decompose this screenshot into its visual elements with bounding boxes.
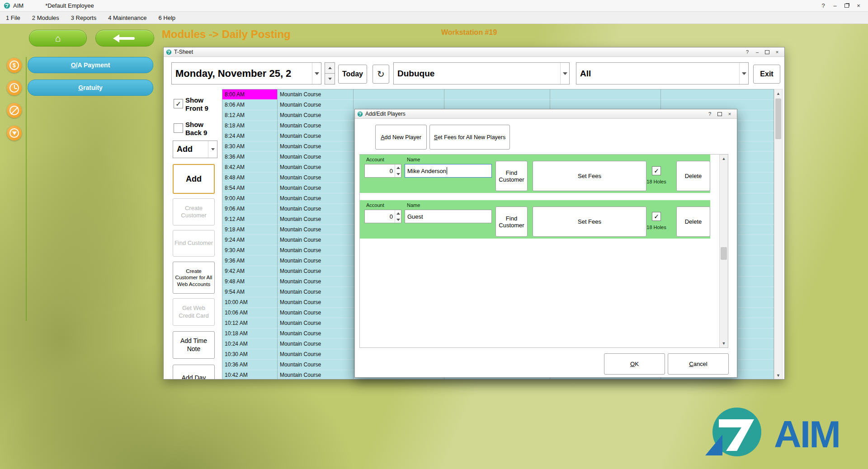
menu-help[interactable]: 6 Help xyxy=(152,12,181,23)
slot-cell[interactable] xyxy=(550,89,661,100)
menu-reports[interactable]: 3 Reports xyxy=(65,12,102,23)
chevron-down-icon[interactable] xyxy=(560,63,569,84)
tee-time-cell[interactable]: 9:36 AM xyxy=(222,256,278,266)
player-list-scrollbar[interactable]: ▲ ▼ xyxy=(719,155,728,347)
refresh-button[interactable]: ↻ xyxy=(373,65,389,84)
tee-time-cell[interactable]: 10:36 AM xyxy=(222,360,278,370)
scrollbar-thumb[interactable] xyxy=(721,247,727,260)
course-cell[interactable]: Mountain Course xyxy=(278,370,354,380)
add-time-note-button[interactable]: Add Time Note xyxy=(173,331,215,359)
player-name-input[interactable]: Guest xyxy=(405,210,492,223)
course-cell[interactable]: Mountain Course xyxy=(278,328,354,339)
create-customer-web-button[interactable]: Create Customer for All Web Accounts xyxy=(173,262,215,294)
tee-time-cell[interactable]: 8:06 AM xyxy=(222,100,278,110)
find-customer-button[interactable]: Find Customer xyxy=(495,161,528,191)
close-icon[interactable]: × xyxy=(725,110,735,118)
gratuity-button[interactable]: Gratuity xyxy=(28,80,153,96)
close-icon[interactable]: × xyxy=(772,48,782,56)
help-icon[interactable]: ? xyxy=(817,1,829,10)
scroll-up-icon[interactable]: ▲ xyxy=(720,155,728,163)
add-type-dropdown[interactable]: Add xyxy=(173,141,217,158)
course-cell[interactable]: Mountain Course xyxy=(278,100,354,110)
player-name-input[interactable]: Mike Anderson xyxy=(405,164,492,178)
course-cell[interactable]: Mountain Course xyxy=(278,204,354,214)
void-icon[interactable] xyxy=(7,103,22,118)
home-button[interactable]: ⌂ xyxy=(29,30,87,47)
cancel-button[interactable]: Cancel xyxy=(668,353,729,375)
ok-button[interactable]: OK xyxy=(604,353,665,375)
help-icon[interactable]: ? xyxy=(742,48,752,56)
tee-time-cell[interactable]: 9:48 AM xyxy=(222,277,278,287)
maximize-icon[interactable] xyxy=(715,110,725,118)
tee-time-cell[interactable]: 10:24 AM xyxy=(222,339,278,349)
course-cell[interactable]: Mountain Course xyxy=(278,277,354,287)
set-fees-button[interactable]: Set Fees xyxy=(533,161,646,191)
close-icon[interactable]: × xyxy=(853,1,864,10)
scroll-up-icon[interactable]: ▲ xyxy=(774,89,782,98)
location-dropdown[interactable]: Dubuque xyxy=(393,62,570,84)
slot-cell[interactable] xyxy=(661,89,774,100)
course-cell[interactable]: Mountain Course xyxy=(278,110,354,121)
course-cell[interactable]: Mountain Course xyxy=(278,173,354,183)
date-picker[interactable]: Monday, November 25, 2 xyxy=(171,62,321,84)
tee-time-cell[interactable]: 8:54 AM xyxy=(222,183,278,193)
tee-time-cell[interactable]: 10:42 AM xyxy=(222,370,278,380)
tee-time-cell[interactable]: 9:06 AM xyxy=(222,204,278,214)
restore-icon[interactable] xyxy=(841,1,853,10)
course-cell[interactable]: Mountain Course xyxy=(278,245,354,256)
course-cell[interactable]: Mountain Course xyxy=(278,183,354,193)
tee-time-cell[interactable]: 9:54 AM xyxy=(222,287,278,297)
tee-time-cell[interactable]: 9:12 AM xyxy=(222,214,278,225)
tee-time-cell[interactable]: 8:00 AM xyxy=(222,89,278,100)
course-cell[interactable]: Mountain Course xyxy=(278,225,354,235)
tee-time-cell[interactable]: 8:12 AM xyxy=(222,110,278,121)
menu-file[interactable]: 1 File xyxy=(0,12,26,23)
course-cell[interactable]: Mountain Course xyxy=(278,162,354,173)
spinner-arrows-icon[interactable] xyxy=(395,164,401,177)
tee-time-cell[interactable]: 9:42 AM xyxy=(222,266,278,277)
tee-time-cell[interactable]: 8:30 AM xyxy=(222,141,278,152)
tee-time-cell[interactable]: 8:42 AM xyxy=(222,162,278,173)
date-down-icon[interactable] xyxy=(325,74,335,84)
course-filter-dropdown[interactable]: All xyxy=(576,62,749,84)
tee-time-cell[interactable]: 8:36 AM xyxy=(222,152,278,162)
get-web-credit-card-button[interactable]: Get Web Credit Card xyxy=(173,298,215,326)
create-customer-button[interactable]: Create Customer xyxy=(173,198,215,225)
set-fees-all-button[interactable]: Set Fees for All New Players xyxy=(429,125,510,150)
tee-time-cell[interactable]: 9:00 AM xyxy=(222,193,278,204)
help-icon[interactable]: ? xyxy=(705,110,715,118)
set-fees-button[interactable]: Set Fees xyxy=(533,206,646,237)
course-cell[interactable]: Mountain Course xyxy=(278,266,354,277)
course-cell[interactable]: Mountain Course xyxy=(278,89,354,100)
tee-time-cell[interactable]: 8:18 AM xyxy=(222,121,278,131)
slot-cell[interactable] xyxy=(354,89,444,100)
date-up-icon[interactable] xyxy=(325,62,335,74)
delete-player-button[interactable]: Delete xyxy=(676,206,710,237)
chevron-down-icon[interactable] xyxy=(739,63,748,84)
course-cell[interactable]: Mountain Course xyxy=(278,287,354,297)
tee-time-cell[interactable]: 9:30 AM xyxy=(222,245,278,256)
exit-button[interactable]: Exit xyxy=(753,65,780,84)
show-front9-checkbox[interactable]: ✓ xyxy=(174,99,183,108)
tee-time-cell[interactable]: 9:24 AM xyxy=(222,235,278,245)
chevron-down-icon[interactable] xyxy=(312,63,321,84)
tee-time-cell[interactable]: 10:00 AM xyxy=(222,297,278,308)
scrollbar-thumb[interactable] xyxy=(775,98,781,139)
holes-18-checkbox[interactable]: ✓ xyxy=(652,212,661,221)
today-button[interactable]: Today xyxy=(338,65,367,84)
menu-modules[interactable]: 2 Modules xyxy=(26,12,65,23)
course-cell[interactable]: Mountain Course xyxy=(278,256,354,266)
chevron-down-icon[interactable] xyxy=(208,141,217,158)
course-cell[interactable]: Mountain Course xyxy=(278,131,354,141)
course-cell[interactable]: Mountain Course xyxy=(278,141,354,152)
course-cell[interactable]: Mountain Course xyxy=(278,339,354,349)
tee-time-cell[interactable]: 10:30 AM xyxy=(222,349,278,360)
time-clock-icon[interactable] xyxy=(7,80,22,95)
account-spinner[interactable]: 0 xyxy=(364,210,401,223)
slot-cell[interactable] xyxy=(444,89,551,100)
tee-time-cell[interactable]: 10:18 AM xyxy=(222,328,278,339)
holes-18-checkbox[interactable]: ✓ xyxy=(652,166,661,175)
add-day-button[interactable]: Add Day xyxy=(173,365,215,380)
scroll-down-icon[interactable]: ▼ xyxy=(774,371,782,380)
course-cell[interactable]: Mountain Course xyxy=(278,318,354,328)
